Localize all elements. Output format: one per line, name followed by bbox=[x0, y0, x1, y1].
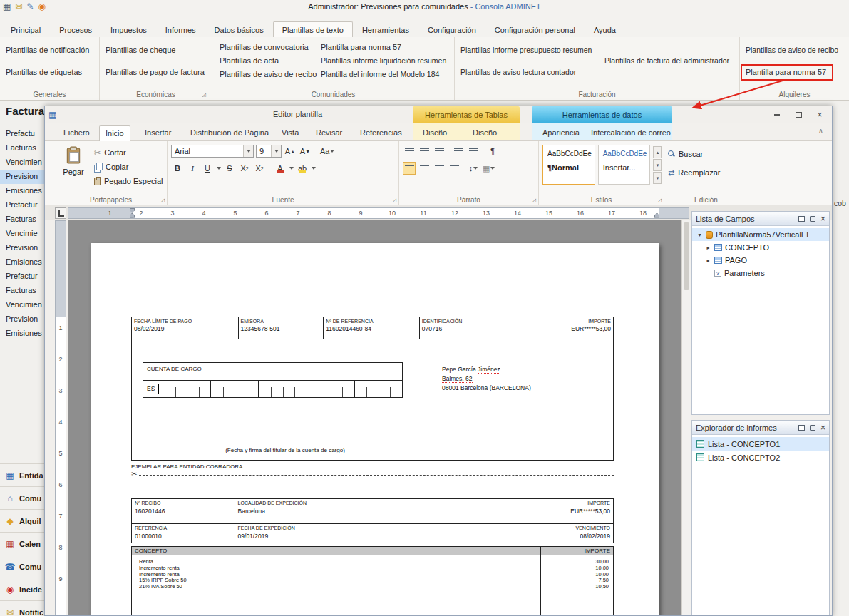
btn-plantillas-etiquetas[interactable]: Plantillas de etiquetas bbox=[4, 67, 83, 77]
tab-informes[interactable]: Informes bbox=[156, 21, 205, 37]
multilevel-list-button[interactable] bbox=[433, 145, 446, 158]
etab-diseno-2[interactable]: Diseño bbox=[467, 125, 503, 141]
tree-node-concepto[interactable]: ▸ CONCEPTO bbox=[692, 241, 829, 254]
btn-plantillas-notificacion[interactable]: Plantillas de notificación bbox=[4, 45, 91, 55]
style-insertar[interactable]: AaBbCcDdEe Insertar... bbox=[598, 145, 651, 185]
etab-distribucion[interactable]: Distribución de Página bbox=[185, 125, 274, 141]
btn-plantillas-liquidacion-resumen[interactable]: Plantillas informe liquidación resumen bbox=[319, 56, 448, 66]
btn-plantillas-acta[interactable]: Plantillas de acta bbox=[218, 56, 280, 66]
change-case-button[interactable]: Aa bbox=[319, 145, 335, 158]
tab-configuracion-personal[interactable]: Configuración personal bbox=[485, 21, 585, 37]
italic-button[interactable]: I bbox=[186, 162, 199, 175]
float-panel-button[interactable] bbox=[798, 425, 805, 431]
justify-button[interactable] bbox=[448, 162, 460, 175]
align-right-button[interactable] bbox=[433, 162, 446, 175]
bullet-list-button[interactable] bbox=[403, 145, 416, 158]
dialog-launcher-icon[interactable]: ◿ bbox=[161, 197, 165, 203]
style-normal[interactable]: AaBbCcDdEe ¶Normal bbox=[542, 145, 595, 185]
tab-datos-basicos[interactable]: Datos básicos bbox=[205, 21, 273, 37]
sidebar-item-selected[interactable]: Prevision bbox=[0, 170, 44, 184]
sidebar-item[interactable]: Facturas bbox=[0, 141, 44, 155]
report-item-concepto2[interactable]: Lista - CONCEPTO2 bbox=[692, 451, 829, 464]
sidebar-item[interactable]: Prefactur bbox=[0, 198, 44, 212]
dialog-launcher-icon[interactable]: ◿ bbox=[532, 197, 536, 203]
styles-scroll-up-button[interactable]: ▴ bbox=[653, 146, 662, 158]
pin-panel-button[interactable] bbox=[810, 216, 815, 222]
pin-panel-button[interactable] bbox=[810, 425, 815, 431]
close-panel-button[interactable]: × bbox=[820, 215, 825, 222]
btn-plantillas-pago-factura[interactable]: Plantillas de pago de factura bbox=[104, 67, 206, 77]
chevron-down-icon[interactable] bbox=[217, 167, 221, 170]
numbered-list-button[interactable] bbox=[418, 145, 431, 158]
report-item-concepto1[interactable]: Lista - CONCEPTO1 bbox=[692, 437, 829, 451]
tree-node-pago[interactable]: ▸ PAGO bbox=[692, 254, 829, 267]
tab-procesos[interactable]: Procesos bbox=[50, 21, 101, 37]
align-left-button[interactable] bbox=[403, 162, 416, 175]
etab-insertar[interactable]: Insertar bbox=[139, 125, 177, 141]
nav-group-comunidades[interactable]: ⌂ Comu bbox=[0, 486, 44, 509]
paste-special-button[interactable]: Pegado Especial bbox=[94, 175, 163, 188]
nav-group-alquileres[interactable]: ◆ Alquil bbox=[0, 509, 44, 532]
vertical-ruler[interactable]: 1 2 3 4 5 6 7 8 9 bbox=[55, 220, 66, 615]
font-family-combobox[interactable]: Arial bbox=[171, 145, 254, 158]
btn-plantilla-norma57-com[interactable]: Plantilla para norma 57 bbox=[319, 42, 403, 52]
btn-plantillas-cheque[interactable]: Plantillas de cheque bbox=[104, 45, 177, 55]
tab-impuestos[interactable]: Impuestos bbox=[101, 21, 156, 37]
line-spacing-button[interactable]: ↕ bbox=[467, 162, 480, 175]
nav-group-comunicaciones[interactable]: ☎ Comu bbox=[0, 555, 44, 578]
maximize-button[interactable] bbox=[792, 109, 805, 120]
highlight-button[interactable]: ab bbox=[296, 162, 309, 175]
find-button[interactable]: Buscar bbox=[668, 148, 744, 160]
font-size-combobox[interactable]: 9 bbox=[256, 145, 282, 158]
close-panel-button[interactable]: × bbox=[820, 424, 825, 431]
float-panel-button[interactable] bbox=[798, 216, 805, 222]
tab-plantillas-de-texto[interactable]: Plantillas de texto bbox=[273, 21, 353, 37]
document-page[interactable]: FECHA LÍMITE DE PAGO08/02/2019 EMISORA12… bbox=[91, 243, 659, 615]
etab-intercalacion[interactable]: Intercalación de correo bbox=[585, 125, 676, 141]
sidebar-item[interactable]: Prevision bbox=[0, 241, 44, 255]
font-color-button[interactable]: A bbox=[274, 162, 287, 175]
sidebar-item[interactable]: Emisiones bbox=[0, 255, 44, 270]
etab-inicio[interactable]: Inicio bbox=[99, 125, 130, 141]
horizontal-ruler[interactable]: 1 2 3 4 5 6 7 8 9 10 11 12 13 14 15 16 1… bbox=[68, 207, 689, 219]
increase-indent-button[interactable] bbox=[467, 145, 480, 158]
btn-plantillas-aviso-recibo-alq[interactable]: Plantillas de aviso de recibo bbox=[744, 45, 840, 55]
underline-button[interactable]: U bbox=[201, 162, 214, 175]
collapse-ribbon-icon[interactable]: ∧ bbox=[818, 127, 823, 135]
copy-button[interactable]: Copiar bbox=[94, 160, 163, 173]
grow-font-button[interactable]: A▲ bbox=[284, 145, 297, 158]
decrease-indent-button[interactable] bbox=[452, 145, 465, 158]
etab-apariencia[interactable]: Apariencia bbox=[537, 125, 585, 141]
btn-plantillas-aviso-recibo-com[interactable]: Plantillas de aviso de recibo bbox=[218, 69, 318, 79]
replace-button[interactable]: ⇄ Reemplazar bbox=[668, 166, 744, 179]
tree-node-root[interactable]: ▾ PlantillaNorma57VerticalEL bbox=[692, 228, 829, 241]
sidebar-item[interactable]: Vencimie bbox=[0, 227, 44, 241]
btn-plantillas-convocatoria[interactable]: Plantillas de convocatoria bbox=[218, 42, 310, 52]
document-scrollbar[interactable] bbox=[681, 220, 691, 615]
sidebar-item[interactable]: Prevision bbox=[0, 312, 44, 327]
sidebar-item[interactable]: Emisiones bbox=[0, 327, 44, 341]
tab-herramientas[interactable]: Herramientas bbox=[353, 21, 418, 37]
sidebar-item[interactable]: Prefactu bbox=[0, 127, 44, 141]
nav-group-calendario[interactable]: ▦ Calen bbox=[0, 532, 44, 555]
sidebar-item[interactable]: Facturas bbox=[0, 212, 44, 227]
styles-gallery-more-button[interactable]: ▾ bbox=[653, 172, 662, 184]
cut-button[interactable]: ✂Cortar bbox=[94, 146, 163, 159]
chevron-down-icon[interactable] bbox=[289, 167, 294, 170]
nav-group-notificaciones[interactable]: ✉ Notific bbox=[0, 600, 44, 616]
minimize-button[interactable] bbox=[771, 109, 783, 120]
context-header-tablas[interactable]: Herramientas de Tablas bbox=[413, 106, 520, 123]
close-button[interactable]: × bbox=[813, 109, 826, 120]
tab-configuracion[interactable]: Configuración bbox=[418, 21, 485, 37]
etab-diseno-1[interactable]: Diseño bbox=[417, 125, 453, 141]
chevron-right-icon[interactable]: ▸ bbox=[705, 245, 711, 251]
tab-principal[interactable]: Principal bbox=[1, 21, 50, 37]
scrollbar-thumb[interactable] bbox=[684, 222, 689, 290]
sidebar-item[interactable]: Prefactur bbox=[0, 270, 44, 284]
btn-plantillas-aviso-lectura[interactable]: Plantillas de aviso lectura contador bbox=[459, 67, 577, 77]
chevron-down-icon[interactable] bbox=[312, 167, 316, 170]
dialog-launcher-icon[interactable]: ◿ bbox=[658, 197, 662, 203]
btn-plantilla-modelo-184[interactable]: Plantilla del informe del Modelo 184 bbox=[319, 69, 441, 79]
align-center-button[interactable] bbox=[418, 162, 431, 175]
sidebar-item[interactable]: Facturas bbox=[0, 284, 44, 298]
